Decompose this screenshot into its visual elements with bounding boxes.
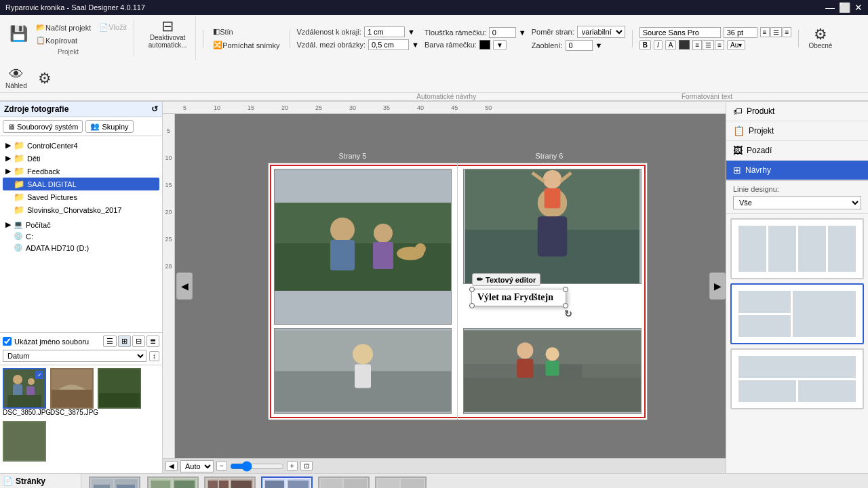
tree-item-controlcenter4[interactable]: ▶ 📁 ControlCenter4 bbox=[3, 139, 159, 152]
detail-view-btn[interactable]: ≣ bbox=[146, 336, 159, 347]
handle-br[interactable] bbox=[563, 303, 568, 308]
zoom-select[interactable]: Auto bbox=[180, 460, 214, 472]
frame-thick-input[interactable] bbox=[489, 27, 516, 38]
sort-select[interactable]: Datum bbox=[3, 350, 146, 362]
rotate-handle[interactable]: ↻ bbox=[564, 308, 572, 319]
handle-bl[interactable] bbox=[469, 303, 475, 308]
tree-item-pocitac[interactable]: ▶ 💻 Počítač bbox=[3, 219, 159, 230]
tree-item-saal-digital[interactable]: 📁 SAAL DIGITAL bbox=[3, 178, 159, 190]
sort-order-btn[interactable]: ↕ bbox=[149, 351, 159, 361]
photo-box-4[interactable] bbox=[463, 328, 642, 414]
preview-btn[interactable]: 👁 Náhled bbox=[3, 66, 30, 91]
corner-input[interactable] bbox=[566, 40, 593, 51]
svg-rect-59 bbox=[265, 481, 284, 488]
save-project-btn[interactable]: 💾 bbox=[7, 25, 31, 43]
aspect-select[interactable]: variabilní bbox=[577, 26, 625, 38]
minimize-btn[interactable]: — bbox=[825, 2, 835, 13]
more-format-btn[interactable]: Au▾ bbox=[727, 40, 745, 50]
layout-thumb-1[interactable] bbox=[730, 218, 864, 279]
ribbon-project-buttons: 💾 📂 Načíst projekt 📋 Kopírovat 📄 bbox=[7, 22, 130, 47]
grid-view-btn[interactable]: ⊞ bbox=[118, 336, 131, 347]
text-content[interactable]: Výlet na Frydštejn bbox=[477, 292, 553, 302]
font-name-input[interactable] bbox=[639, 27, 721, 38]
zoom-slider[interactable] bbox=[230, 461, 284, 472]
italic-btn[interactable]: I bbox=[654, 40, 663, 50]
zoom-bar: ◀ Auto − + ⊡ bbox=[163, 458, 726, 473]
handle-tl[interactable] bbox=[469, 287, 475, 292]
load-project-btn[interactable]: 📂 Načíst projekt bbox=[33, 22, 94, 33]
save-icon: 💾 bbox=[9, 26, 28, 41]
corner-arrow[interactable]: ▼ bbox=[595, 41, 603, 49]
menu-item-produkt[interactable]: 🏷 Produkt bbox=[726, 102, 868, 121]
page-thumb-1-2[interactable]: Strany 1 / 2 bbox=[146, 476, 200, 488]
thumb-item-2[interactable]: DSC_3875.JPG bbox=[50, 368, 95, 418]
menu-item-pozadi[interactable]: 🖼 Pozadí bbox=[726, 141, 868, 161]
refresh-icon[interactable]: ↺ bbox=[151, 104, 158, 114]
menu-item-projekt[interactable]: 📋 Projekt bbox=[726, 121, 868, 141]
deactivate-auto-btn[interactable]: ⊟ Deaktivovat automatick... bbox=[144, 18, 191, 50]
bold-btn[interactable]: B bbox=[639, 40, 651, 50]
photo-box-1[interactable] bbox=[274, 169, 452, 325]
layout-thumb-3[interactable] bbox=[730, 348, 864, 409]
handle-tr[interactable] bbox=[563, 287, 568, 292]
zoom-in-btn[interactable]: + bbox=[287, 461, 298, 471]
tab-groups[interactable]: 👥 Skupiny bbox=[85, 120, 133, 133]
align-left-btn[interactable]: ≡ bbox=[760, 27, 770, 37]
fit-page-btn[interactable]: ⊡ bbox=[300, 461, 313, 471]
text-align-right-btn[interactable]: ≡ bbox=[715, 40, 724, 50]
show-filename-checkbox[interactable] bbox=[3, 337, 12, 346]
copy-btn[interactable]: 📋 Kopírovat bbox=[33, 35, 94, 46]
tree-item-saved-pictures[interactable]: 📁 Saved Pictures bbox=[3, 190, 159, 203]
tree-item-c-drive[interactable]: 💿 C: bbox=[3, 230, 159, 242]
swap-btn[interactable]: 🔀 Pomíchat snímky bbox=[210, 39, 282, 51]
img-distance-input[interactable] bbox=[368, 39, 409, 50]
ruler-horizontal: 5 10 15 20 25 30 35 40 45 50 bbox=[163, 102, 726, 114]
frame-color-swatch[interactable] bbox=[479, 40, 490, 49]
layout-thumb-2[interactable] bbox=[730, 283, 864, 344]
page-thumb-5-6[interactable]: ✓ Strany 5 / 6 bbox=[260, 476, 314, 488]
settings-btn[interactable]: ⚙ bbox=[35, 70, 54, 87]
align-right-btn[interactable]: ≡ bbox=[783, 27, 792, 37]
tree-item-d-drive[interactable]: 💿 ADATA HD710 (D:) bbox=[3, 242, 159, 253]
thumb-item-3[interactable] bbox=[98, 368, 142, 418]
align-center-btn[interactable]: ☰ bbox=[770, 27, 782, 37]
page-thumb-3-4[interactable]: Strany 3 / 4 bbox=[203, 476, 257, 488]
next-page-btn[interactable]: ▶ bbox=[709, 272, 726, 300]
folder-icon: 📂 bbox=[36, 23, 45, 32]
font-size-input[interactable] bbox=[724, 27, 757, 38]
close-btn[interactable]: ✕ bbox=[854, 2, 863, 13]
tree-item-feedback[interactable]: ▶ 📁 Feedback bbox=[3, 165, 159, 178]
edge-distance-input[interactable] bbox=[364, 26, 405, 37]
prev-page-btn[interactable]: ◀ bbox=[176, 272, 193, 300]
design-line-select[interactable]: Vše bbox=[733, 196, 861, 209]
maximize-btn[interactable]: ⬜ bbox=[839, 2, 850, 13]
shadow-btn[interactable]: ◧ Stín bbox=[210, 26, 282, 37]
thumb-item-4[interactable] bbox=[3, 421, 47, 471]
layout-cell-2a bbox=[738, 291, 791, 313]
img-distance-arrow[interactable]: ▼ bbox=[412, 41, 419, 49]
page-thumb-9-10[interactable]: Strany 9 / 10 bbox=[374, 476, 428, 488]
text-style-btn[interactable]: A bbox=[665, 40, 677, 50]
frame-thick-arrow[interactable]: ▼ bbox=[519, 28, 526, 37]
photo-box-3[interactable] bbox=[463, 169, 642, 284]
photo-box-2[interactable] bbox=[274, 328, 452, 414]
zoom-out-btn[interactable]: − bbox=[216, 461, 227, 471]
list-view-btn[interactable]: ☰ bbox=[103, 336, 117, 347]
grid-large-btn[interactable]: ⊟ bbox=[132, 336, 145, 347]
scroll-left-btn[interactable]: ◀ bbox=[165, 461, 178, 471]
frame-color-btn[interactable]: ▼ bbox=[493, 40, 507, 50]
tab-filesystem[interactable]: 🖥 Souborový systém bbox=[3, 120, 83, 133]
page-thumb-7-8[interactable]: Strany 7 / 8 bbox=[317, 476, 371, 488]
menu-item-navrhy[interactable]: ⊞ Návrhy bbox=[726, 161, 868, 180]
tree-item-deti[interactable]: ▶ 📁 Děti bbox=[3, 152, 159, 165]
paste-btn[interactable]: 📄 Vložit bbox=[96, 22, 130, 33]
text-color-swatch[interactable] bbox=[679, 40, 690, 49]
tree-item-slovinsko[interactable]: 📁 Slovinsko_Chorvatsko_2017 bbox=[3, 203, 159, 216]
text-popup[interactable]: ✏ Textový editor Výlet na Frydštejn ↻ bbox=[471, 289, 566, 306]
thumb-item-1[interactable]: ✓ DSC_3850.JPG bbox=[3, 368, 47, 418]
page-thumb-cover[interactable]: Zadní strana / Vazba bbox=[87, 476, 143, 488]
edge-distance-arrow[interactable]: ▼ bbox=[408, 28, 415, 36]
text-align-center-btn[interactable]: ☰ bbox=[703, 40, 714, 50]
text-align-left-btn[interactable]: ≡ bbox=[692, 40, 702, 50]
general-btn[interactable]: ⚙ Obecné bbox=[806, 26, 835, 51]
